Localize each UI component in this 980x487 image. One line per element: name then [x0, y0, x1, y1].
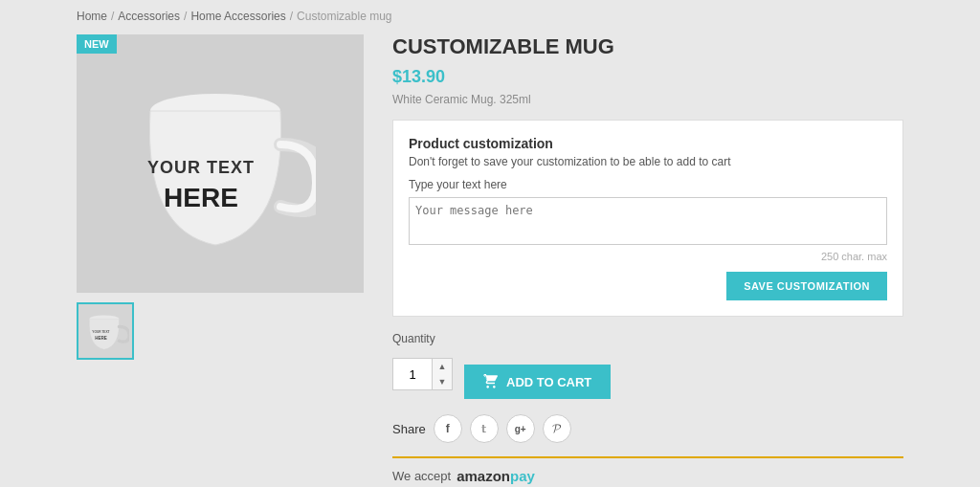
breadcrumb-home[interactable]: Home: [77, 10, 107, 23]
share-label: Share: [392, 422, 426, 436]
pinterest-share-button[interactable]: 𝓟: [543, 414, 571, 443]
cart-icon: [483, 374, 499, 389]
page-wrapper: Home / Accessories / Home Accessories / …: [0, 0, 980, 487]
amazon-brand-name: amazon: [457, 468, 510, 484]
amazon-pay-logo: amazonpay: [457, 468, 535, 484]
breadcrumb-accessories[interactable]: Accessories: [118, 10, 180, 23]
product-layout: NEW YOUR TEXT HERE: [77, 34, 903, 487]
svg-text:HERE: HERE: [95, 336, 107, 341]
quantity-row: ▲ ▼ ADD TO CART: [392, 349, 611, 399]
amazon-pay-prefix: We accept: [392, 469, 451, 483]
quantity-section: Quantity ▲ ▼: [392, 332, 903, 414]
save-customization-button[interactable]: SAVE CUSTOMIZATION: [726, 272, 887, 300]
new-badge: NEW: [77, 34, 117, 54]
char-max: 250 char. max: [409, 251, 887, 262]
breadcrumb: Home / Accessories / Home Accessories / …: [77, 10, 903, 23]
add-to-cart-button[interactable]: ADD TO CART: [464, 365, 611, 399]
product-price: $13.90: [392, 67, 903, 87]
twitter-share-button[interactable]: 𝕥: [470, 414, 499, 443]
mug-image: YOUR TEXT HERE: [124, 58, 316, 269]
breadcrumb-home-accessories[interactable]: Home Accessories: [190, 10, 285, 23]
main-image: NEW YOUR TEXT HERE: [77, 34, 364, 293]
product-title: CUSTOMIZABLE MUG: [392, 34, 903, 59]
quantity-wrapper: Quantity ▲ ▼: [392, 332, 903, 414]
product-images: NEW YOUR TEXT HERE: [77, 34, 364, 360]
customization-title: Product customization: [409, 136, 887, 151]
thumbnail-1[interactable]: YOUR TEXT HERE: [77, 302, 134, 360]
thumbnail-row: YOUR TEXT HERE: [77, 302, 364, 360]
amazon-pay-word: pay: [510, 468, 535, 484]
quantity-down-button[interactable]: ▼: [433, 374, 452, 389]
google-plus-share-button[interactable]: g+: [506, 414, 535, 443]
quantity-input[interactable]: [393, 359, 432, 389]
customization-note: Don't forget to save your customization …: [409, 155, 887, 168]
product-info: CUSTOMIZABLE MUG $13.90 White Ceramic Mu…: [392, 34, 903, 487]
svg-text:YOUR TEXT: YOUR TEXT: [92, 330, 109, 334]
customization-box: Product customization Don't forget to sa…: [392, 120, 903, 317]
add-to-cart-label: ADD TO CART: [506, 375, 591, 389]
quantity-label: Quantity: [392, 332, 435, 345]
customization-textarea[interactable]: [409, 197, 887, 245]
svg-text:YOUR TEXT: YOUR TEXT: [147, 158, 255, 177]
quantity-input-row: ▲ ▼: [392, 358, 453, 390]
breadcrumb-current: Customizable mug: [297, 10, 391, 23]
amazon-pay-row: We accept amazonpay: [392, 456, 903, 487]
quantity-up-button[interactable]: ▲: [433, 359, 452, 374]
product-description: White Ceramic Mug. 325ml: [392, 93, 903, 106]
share-row: Share f 𝕥 g+ 𝓟: [392, 414, 903, 443]
svg-text:HERE: HERE: [164, 183, 238, 212]
customization-label: Type your text here: [409, 178, 887, 191]
facebook-share-button[interactable]: f: [434, 414, 462, 443]
quantity-arrows: ▲ ▼: [432, 359, 452, 389]
